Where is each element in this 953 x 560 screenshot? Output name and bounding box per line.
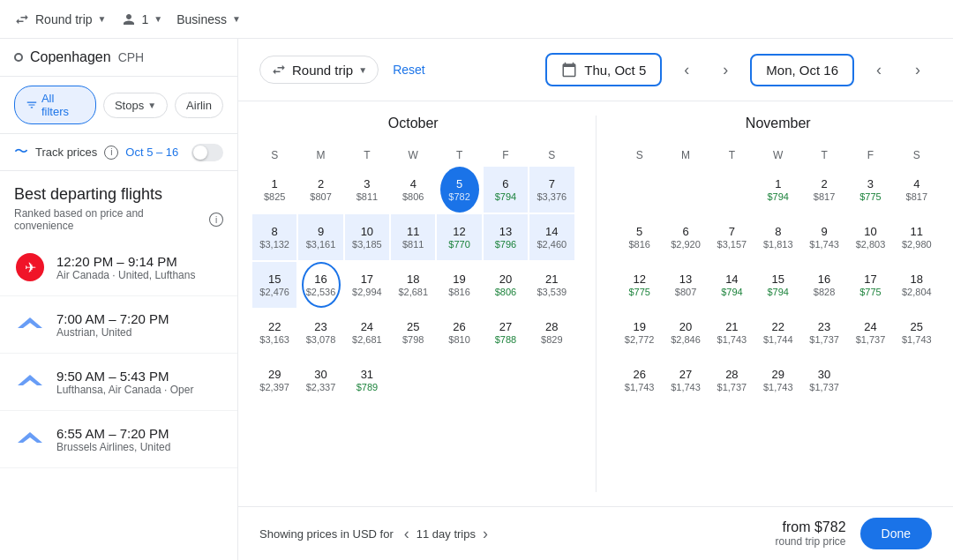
calendar-day[interactable]: 21$3,539 xyxy=(529,262,574,308)
round-trip-price-label: round trip price xyxy=(775,535,845,548)
calendar-day[interactable]: 21$1,743 xyxy=(709,310,754,355)
calendar-day[interactable]: 7$3,157 xyxy=(709,214,754,260)
calendar-day[interactable]: 6$794 xyxy=(484,167,528,213)
calendar-day[interactable]: 4$817 xyxy=(895,167,939,213)
calendar-day[interactable]: 15$794 xyxy=(756,262,800,308)
return-next-button[interactable]: › xyxy=(904,56,932,84)
calendar-day[interactable]: 18$2,804 xyxy=(895,262,939,308)
calendar-day[interactable]: 2$807 xyxy=(298,167,342,213)
calendar-day[interactable]: 16$828 xyxy=(802,262,846,308)
calendar-day[interactable]: 3$811 xyxy=(345,167,389,213)
calendar-day[interactable]: 9$1,743 xyxy=(802,214,846,260)
cal-roundtrip-label: Round trip xyxy=(292,63,353,78)
day-price: $3,163 xyxy=(259,334,289,345)
calendar-day[interactable]: 11$811 xyxy=(391,214,435,260)
calendar-day[interactable]: 24$2,681 xyxy=(345,310,389,355)
calendar-day[interactable]: 17$2,994 xyxy=(345,262,389,308)
calendar-day[interactable]: 22$1,744 xyxy=(756,310,800,355)
calendar-day[interactable]: 27$1,743 xyxy=(664,357,708,403)
calendar-day[interactable]: 10$2,803 xyxy=(848,214,892,260)
cal-roundtrip-selector[interactable]: Round trip ▼ xyxy=(259,56,379,84)
calendar-day[interactable]: 9$3,161 xyxy=(298,214,342,260)
done-button[interactable]: Done xyxy=(860,518,932,549)
calendar-day[interactable]: 10$3,185 xyxy=(345,214,389,260)
all-filters-button[interactable]: All filters xyxy=(14,86,96,124)
calendar-day[interactable]: 12$770 xyxy=(437,214,481,260)
calendar-day[interactable]: 19$2,772 xyxy=(618,310,662,355)
flight-item[interactable]: 6:55 AM – 7:20 PM Brussels Airlines, Uni… xyxy=(0,411,237,468)
track-prices-toggle[interactable] xyxy=(191,144,223,161)
calendar-day[interactable]: 27$788 xyxy=(484,310,528,355)
calendar-day[interactable]: 26$1,743 xyxy=(618,357,662,403)
flight-item[interactable]: ✈ 12:20 PM – 9:14 PM Air Canada · United… xyxy=(0,239,237,296)
calendar-day[interactable]: 18$2,681 xyxy=(391,262,435,308)
calendar-day[interactable]: 29$2,397 xyxy=(252,357,296,403)
day-header: F xyxy=(484,146,528,165)
calendar-day[interactable]: 23$3,078 xyxy=(298,310,342,355)
best-departing-info-icon[interactable]: i xyxy=(209,213,223,227)
flight-airline: Lufthansa, Air Canada · Oper xyxy=(56,384,223,396)
calendar-day[interactable]: 11$2,980 xyxy=(895,214,939,260)
calendar-day[interactable]: 5$816 xyxy=(618,214,662,260)
calendar-day[interactable]: 1$825 xyxy=(252,167,296,213)
calendar-day[interactable]: 30$2,337 xyxy=(298,357,342,403)
return-date-chip[interactable]: Mon, Oct 16 xyxy=(750,54,854,86)
day-number: 8 xyxy=(775,225,781,238)
calendar-day[interactable]: 4$806 xyxy=(391,167,435,213)
calendar-day[interactable]: 15$2,476 xyxy=(252,262,296,308)
departure-date-chip[interactable]: Thu, Oct 5 xyxy=(545,53,662,86)
stops-button[interactable]: Stops ▼ xyxy=(103,93,168,118)
departure-prev-button[interactable]: ‹ xyxy=(672,56,701,84)
calendar-day[interactable]: 8$3,132 xyxy=(252,214,296,260)
calendar-day[interactable]: 5$782 xyxy=(440,167,479,213)
calendar-day[interactable]: 13$796 xyxy=(484,214,528,260)
price-summary: from $782 round trip price xyxy=(775,519,845,548)
reset-button[interactable]: Reset xyxy=(393,63,425,77)
calendar-day[interactable]: 28$1,737 xyxy=(709,357,754,403)
class-selector[interactable]: Business ▼ xyxy=(176,12,241,26)
calendar-day[interactable]: 6$2,920 xyxy=(664,214,708,260)
round-trip-selector[interactable]: Round trip ▼ xyxy=(14,11,107,27)
day-number: 29 xyxy=(268,368,281,381)
calendar-day[interactable]: 1$794 xyxy=(756,167,800,213)
calendar-day[interactable]: 24$1,737 xyxy=(848,310,892,355)
calendar-day[interactable]: 19$816 xyxy=(437,262,481,308)
calendar-day[interactable]: 25$798 xyxy=(391,310,435,355)
departure-next-button[interactable]: › xyxy=(711,56,739,84)
calendar-day[interactable]: 13$807 xyxy=(664,262,708,308)
calendar-day[interactable]: 2$817 xyxy=(802,167,846,213)
day-price: $817 xyxy=(906,191,927,202)
calendar-day[interactable]: 30$1,737 xyxy=(802,357,846,403)
calendar-day[interactable]: 26$810 xyxy=(437,310,481,355)
calendar-day[interactable]: 20$2,846 xyxy=(664,310,708,355)
calendar-day[interactable]: 8$1,813 xyxy=(756,214,800,260)
calendar-day[interactable]: 23$1,737 xyxy=(802,310,846,355)
track-prices-info-icon[interactable]: i xyxy=(104,146,118,160)
calendar-day[interactable]: 3$775 xyxy=(848,167,892,213)
calendar-day[interactable]: 14$2,460 xyxy=(529,214,574,260)
calendar-day[interactable]: 12$775 xyxy=(618,262,662,308)
calendar-body: OctoberSMTWTFS1$8252$8073$8114$8065$7826… xyxy=(238,101,953,506)
calendar-day[interactable]: 22$3,163 xyxy=(252,310,296,355)
calendar-day[interactable]: 16$2,536 xyxy=(302,262,341,308)
trip-days-prev-button[interactable]: ‹ xyxy=(401,521,413,547)
day-price: $806 xyxy=(495,287,516,297)
calendar-day[interactable]: 17$775 xyxy=(848,262,892,308)
calendar-day[interactable]: 28$829 xyxy=(529,310,574,355)
flight-item[interactable]: 9:50 AM – 5:43 PM Lufthansa, Air Canada … xyxy=(0,354,237,411)
calendar-day[interactable]: 25$1,743 xyxy=(895,310,939,355)
calendar-day[interactable]: 29$1,743 xyxy=(756,357,800,403)
trip-days-next-button[interactable]: › xyxy=(479,521,492,547)
calendar-day[interactable]: 31$789 xyxy=(345,357,389,403)
airlines-button[interactable]: Airlin xyxy=(175,93,223,118)
day-number: 13 xyxy=(679,273,692,286)
day-price: $775 xyxy=(859,287,881,297)
passengers-selector[interactable]: 1 ▼ xyxy=(121,11,163,27)
return-prev-button[interactable]: ‹ xyxy=(865,56,893,84)
calendar-overlay: Round trip ▼ Reset Thu, Oct 5 ‹ › Mon, O… xyxy=(238,39,953,560)
calendar-day[interactable]: 7$3,376 xyxy=(529,167,574,213)
calendar-day[interactable]: 14$794 xyxy=(709,262,754,308)
day-price: $775 xyxy=(859,191,881,202)
flight-item[interactable]: 7:00 AM – 7:20 PM Austrian, United xyxy=(0,296,237,354)
calendar-day[interactable]: 20$806 xyxy=(484,262,528,308)
